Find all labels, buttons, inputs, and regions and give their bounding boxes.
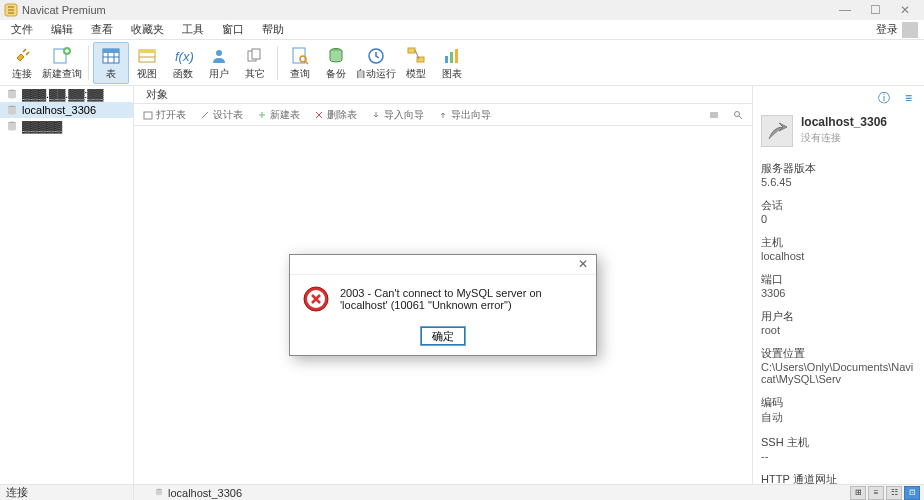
- dialog-message: 2003 - Can't connect to MySQL server on …: [340, 287, 584, 311]
- tool-chart[interactable]: 图表: [434, 42, 470, 84]
- view-icon: [136, 45, 158, 67]
- login-button[interactable]: 登录: [870, 20, 924, 40]
- user-icon: [208, 45, 230, 67]
- clock-icon: [365, 45, 387, 67]
- tool-other[interactable]: 其它: [237, 42, 273, 84]
- db-icon: [6, 104, 18, 116]
- other-icon: [244, 45, 266, 67]
- connection-item[interactable]: localhost_3306: [0, 102, 133, 118]
- tool-user[interactable]: 用户: [201, 42, 237, 84]
- tool-label: 连接: [12, 67, 32, 81]
- window-close[interactable]: ✕: [890, 3, 920, 17]
- search-icon: [733, 110, 743, 120]
- info-panel-toggles[interactable]: ⓘ ≡: [761, 90, 918, 107]
- menu-window[interactable]: 窗口: [213, 20, 253, 39]
- info-key: SSH 主机: [761, 435, 918, 450]
- tool-query[interactable]: 查询: [282, 42, 318, 84]
- connection-item[interactable]: ▓▓▓▓▓: [0, 118, 133, 134]
- tool-table[interactable]: 表: [93, 42, 129, 84]
- export-icon: [438, 110, 448, 120]
- dialog-close-icon[interactable]: ✕: [575, 257, 591, 273]
- obj-search[interactable]: [728, 109, 748, 121]
- view-mode-info[interactable]: ⊡: [904, 486, 920, 500]
- info-key: 会话: [761, 198, 918, 213]
- db-icon: [6, 120, 18, 132]
- modal-overlay: ✕ 2003 - Can't connect to MySQL server o…: [134, 126, 752, 484]
- obj-export[interactable]: 导出向导: [433, 107, 496, 123]
- info-value: --: [761, 450, 918, 462]
- info-conn-sub: 没有连接: [801, 131, 887, 145]
- svg-rect-10: [252, 49, 260, 59]
- info-key: HTTP 通道网址: [761, 472, 918, 484]
- menu-favorites[interactable]: 收藏夹: [122, 20, 173, 39]
- tool-label: 查询: [290, 67, 310, 81]
- function-icon: f(x): [172, 45, 194, 67]
- menu-file[interactable]: 文件: [2, 20, 42, 39]
- objects-tab[interactable]: 对象: [134, 86, 752, 104]
- info-value: 3306: [761, 287, 918, 299]
- menu-tools[interactable]: 工具: [173, 20, 213, 39]
- tool-label: 备份: [326, 67, 346, 81]
- status-tab[interactable]: localhost_3306: [134, 487, 850, 499]
- toolbar-separator: [277, 46, 278, 80]
- menu-help[interactable]: 帮助: [253, 20, 293, 39]
- obj-new-table[interactable]: 新建表: [252, 107, 305, 123]
- status-conn: localhost_3306: [168, 487, 242, 499]
- window-maximize[interactable]: ☐: [860, 3, 890, 17]
- backup-icon: [325, 45, 347, 67]
- obj-view-mode[interactable]: [704, 109, 724, 121]
- tool-label: 自动运行: [356, 67, 396, 81]
- info-value: localhost: [761, 250, 918, 262]
- tool-label: 图表: [442, 67, 462, 81]
- avatar-icon: [902, 22, 918, 38]
- window-minimize[interactable]: —: [830, 3, 860, 17]
- connection-item[interactable]: ▓▓▓.▓▓.▓▓:▓▓: [0, 86, 133, 102]
- design-icon: [200, 110, 210, 120]
- svg-rect-19: [455, 49, 458, 63]
- connection-thumb-icon: [761, 115, 793, 147]
- tool-backup[interactable]: 备份: [318, 42, 354, 84]
- menu-edit[interactable]: 编辑: [42, 20, 82, 39]
- info-value: root: [761, 324, 918, 336]
- dialog-ok-button[interactable]: 确定: [421, 327, 465, 345]
- tool-function[interactable]: f(x) 函数: [165, 42, 201, 84]
- info-value: 5.6.45: [761, 176, 918, 188]
- model-icon: [405, 45, 427, 67]
- view-mode-grid[interactable]: ⊞: [850, 486, 866, 500]
- query-icon: [289, 45, 311, 67]
- plug-icon: [11, 45, 33, 67]
- toolbar: 连接 新建查询 表 视图 f(x) 函数 用户 其它 查询 备份 自动运行 模型: [0, 40, 924, 86]
- info-conn-title: localhost_3306: [801, 115, 887, 129]
- error-dialog: ✕ 2003 - Can't connect to MySQL server o…: [289, 254, 597, 356]
- view-mode-list[interactable]: ≡: [868, 486, 884, 500]
- view-mode-detail[interactable]: ☷: [886, 486, 902, 500]
- menu-bar: 文件 编辑 查看 收藏夹 工具 窗口 帮助 登录: [0, 20, 924, 40]
- obj-open-table[interactable]: 打开表: [138, 107, 191, 123]
- tool-automation[interactable]: 自动运行: [354, 42, 398, 84]
- toolbar-separator: [88, 46, 89, 80]
- menu-view[interactable]: 查看: [82, 20, 122, 39]
- tool-new-query[interactable]: 新建查询: [40, 42, 84, 84]
- db-icon: [154, 487, 164, 499]
- svg-rect-23: [144, 112, 152, 119]
- obj-delete-table[interactable]: 删除表: [309, 107, 362, 123]
- tool-label: 新建查询: [42, 67, 82, 81]
- tool-model[interactable]: 模型: [398, 42, 434, 84]
- main-area: ▓▓▓.▓▓.▓▓:▓▓ localhost_3306 ▓▓▓▓▓ 对象 打开表…: [0, 86, 924, 484]
- info-key: 服务器版本: [761, 161, 918, 176]
- dialog-titlebar[interactable]: ✕: [290, 255, 596, 275]
- db-icon: [6, 88, 18, 100]
- info-value: 自动: [761, 410, 918, 425]
- tool-label: 用户: [209, 67, 229, 81]
- obj-design-table[interactable]: 设计表: [195, 107, 248, 123]
- svg-rect-4: [103, 49, 119, 53]
- info-key: 端口: [761, 272, 918, 287]
- svg-point-8: [216, 50, 222, 56]
- info-value: C:\Users\Only\Documents\Navicat\MySQL\Se…: [761, 361, 918, 385]
- obj-import[interactable]: 导入向导: [366, 107, 429, 123]
- error-icon: [302, 285, 330, 313]
- tool-view[interactable]: 视图: [129, 42, 165, 84]
- app-title: Navicat Premium: [22, 4, 106, 16]
- svg-text:f(x): f(x): [175, 49, 194, 64]
- tool-connect[interactable]: 连接: [4, 42, 40, 84]
